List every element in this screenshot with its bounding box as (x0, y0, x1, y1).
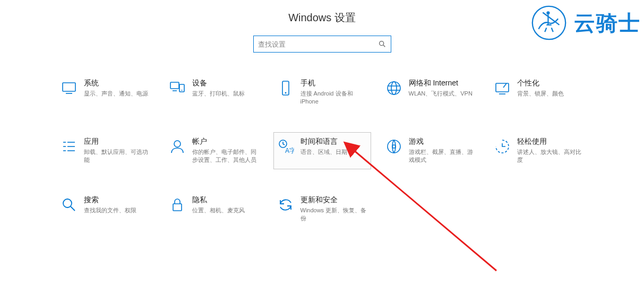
tile-privacy[interactable]: 隐私 位置、相机、麦克风 (165, 191, 263, 228)
watermark-text: 云骑士 (574, 8, 641, 38)
search-box[interactable] (253, 36, 391, 53)
tile-desc: 显示、声音、通知、电源 (84, 90, 151, 98)
tile-title: 系统 (84, 79, 151, 88)
tile-title: 网络和 Internet (409, 79, 476, 88)
svg-rect-4 (170, 82, 179, 89)
tile-title: 隐私 (192, 195, 259, 205)
personalization-icon (494, 80, 511, 97)
svg-point-27 (63, 199, 72, 208)
svg-point-6 (181, 90, 182, 91)
update-icon (277, 196, 294, 213)
tile-desc: 讲述人、放大镜、高对比度 (517, 148, 584, 165)
svg-text:A字: A字 (285, 147, 294, 154)
svg-point-32 (546, 11, 549, 14)
tile-personalization[interactable]: 个性化 背景、锁屏、颜色 (490, 74, 588, 111)
svg-point-0 (379, 41, 383, 46)
search-input[interactable] (258, 40, 378, 48)
tile-desc: 你的帐户、电子邮件、同步设置、工作、其他人员 (192, 148, 259, 165)
tile-desc: 蓝牙、打印机、鼠标 (192, 90, 259, 98)
svg-line-1 (383, 45, 385, 47)
svg-point-10 (388, 82, 400, 94)
gaming-icon (385, 138, 402, 155)
tile-search[interactable]: 搜索 查找我的文件、权限 (57, 191, 154, 228)
time-language-icon: A字 (277, 138, 294, 155)
tile-desc: 卸载、默认应用、可选功能 (84, 148, 151, 165)
tile-desc: 游戏栏、截屏、直播、游戏模式 (409, 148, 476, 165)
phone-icon (277, 80, 294, 97)
tile-title: 时间和语言 (300, 137, 367, 146)
tile-desc: Windows 更新、恢复、备份 (300, 206, 367, 223)
svg-point-22 (174, 141, 181, 147)
tile-title: 游戏 (409, 137, 476, 146)
svg-point-9 (285, 92, 286, 94)
ease-icon (494, 138, 511, 155)
tile-title: 搜索 (84, 195, 151, 205)
system-icon (61, 80, 78, 97)
devices-icon (169, 80, 186, 97)
search-category-icon (61, 196, 78, 213)
apps-icon (61, 138, 78, 155)
tile-ease-of-access[interactable]: 轻松使用 讲述人、放大镜、高对比度 (490, 132, 588, 169)
tile-title: 应用 (84, 137, 151, 146)
tile-title: 轻松使用 (517, 137, 584, 146)
search-icon (378, 40, 387, 48)
svg-rect-14 (496, 83, 509, 92)
tile-title: 设备 (192, 79, 259, 88)
watermark: 云骑士 (528, 2, 641, 44)
lock-icon (169, 196, 186, 213)
tile-desc: 查找我的文件、权限 (84, 206, 151, 214)
svg-point-11 (391, 82, 397, 94)
tile-title: 帐户 (192, 137, 259, 146)
tile-accounts[interactable]: 帐户 你的帐户、电子邮件、同步设置、工作、其他人员 (165, 132, 263, 169)
tile-title: 手机 (300, 79, 367, 88)
svg-point-26 (392, 145, 396, 148)
tile-devices[interactable]: 设备 蓝牙、打印机、鼠标 (165, 74, 263, 111)
globe-icon (385, 80, 402, 97)
tile-time-language[interactable]: A字 时间和语言 语音、区域、日期 (273, 132, 371, 169)
tile-title: 个性化 (517, 79, 584, 88)
svg-rect-29 (173, 204, 182, 211)
svg-rect-2 (63, 83, 75, 91)
tile-network[interactable]: 网络和 Internet WLAN、飞行模式、VPN (382, 74, 479, 111)
svg-point-25 (388, 140, 400, 153)
tile-desc: 语音、区域、日期 (300, 148, 367, 156)
tile-update-security[interactable]: 更新和安全 Windows 更新、恢复、备份 (273, 191, 371, 228)
tile-gaming[interactable]: 游戏 游戏栏、截屏、直播、游戏模式 (382, 132, 479, 169)
person-icon (169, 138, 186, 155)
tile-desc: 连接 Android 设备和 iPhone (300, 90, 367, 106)
tile-system[interactable]: 系统 显示、声音、通知、电源 (57, 74, 154, 111)
tile-desc: 背景、锁屏、颜色 (517, 90, 584, 98)
svg-line-28 (71, 206, 75, 211)
tile-desc: WLAN、飞行模式、VPN (409, 90, 476, 98)
tile-title: 更新和安全 (300, 195, 367, 205)
tile-phone[interactable]: 手机 连接 Android 设备和 iPhone (273, 74, 371, 111)
tile-desc: 位置、相机、麦克风 (192, 206, 259, 214)
tile-apps[interactable]: 应用 卸载、默认应用、可选功能 (57, 132, 154, 169)
